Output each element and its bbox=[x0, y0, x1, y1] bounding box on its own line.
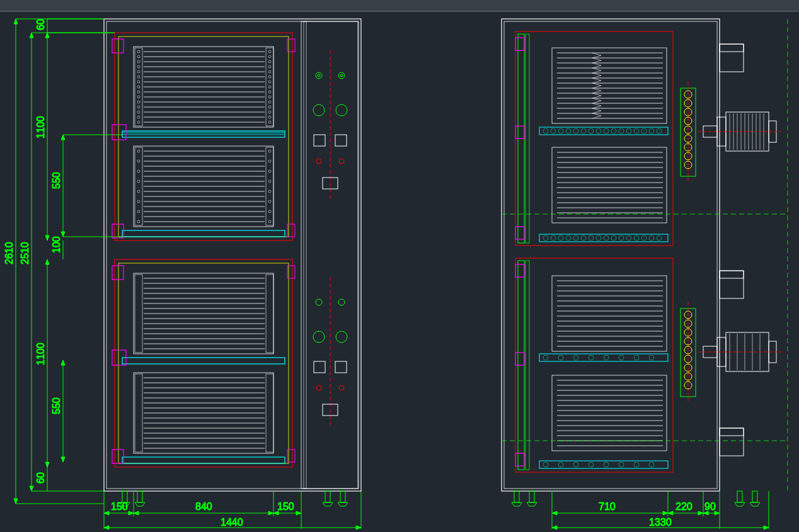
svg-point-252 bbox=[589, 355, 594, 360]
svg-point-49 bbox=[268, 81, 271, 83]
svg-point-147 bbox=[340, 74, 343, 77]
svg-point-222 bbox=[581, 128, 586, 133]
svg-point-246 bbox=[641, 235, 647, 241]
svg-rect-138 bbox=[112, 450, 124, 463]
svg-rect-160 bbox=[314, 361, 325, 373]
dim-220: 220 bbox=[675, 501, 693, 512]
svg-point-224 bbox=[596, 128, 601, 133]
svg-point-42 bbox=[137, 121, 140, 123]
dimensions-front: 2610 2510 60 1100 550 100 1100 bbox=[4, 19, 361, 529]
svg-rect-132 bbox=[122, 457, 285, 463]
svg-point-85 bbox=[137, 220, 140, 223]
svg-point-90 bbox=[268, 190, 271, 193]
svg-point-47 bbox=[268, 71, 271, 73]
svg-rect-3 bbox=[106, 21, 359, 489]
svg-rect-59 bbox=[122, 132, 285, 135]
svg-rect-321 bbox=[514, 491, 519, 502]
svg-point-45 bbox=[268, 60, 271, 63]
svg-rect-205 bbox=[515, 227, 524, 239]
dim-550-2: 550 bbox=[51, 397, 62, 414]
fin-block bbox=[552, 48, 667, 123]
svg-point-262 bbox=[619, 462, 624, 467]
front-view: 2610 2510 60 1100 550 100 1100 bbox=[4, 19, 361, 529]
svg-point-86 bbox=[268, 150, 271, 152]
svg-rect-96 bbox=[135, 274, 142, 353]
svg-point-261 bbox=[604, 462, 609, 467]
dim-90: 90 bbox=[704, 501, 716, 512]
svg-point-93 bbox=[268, 220, 271, 223]
svg-point-53 bbox=[268, 101, 271, 103]
svg-point-159 bbox=[336, 331, 347, 342]
svg-point-248 bbox=[657, 235, 662, 241]
svg-point-30 bbox=[137, 60, 140, 63]
svg-rect-209 bbox=[552, 48, 667, 123]
svg-point-229 bbox=[634, 128, 639, 133]
tray-block-2 bbox=[122, 146, 285, 237]
svg-point-34 bbox=[137, 81, 140, 83]
control-panel-lower bbox=[313, 277, 347, 428]
svg-rect-195 bbox=[502, 19, 720, 491]
svg-point-54 bbox=[268, 106, 271, 108]
tray-block-4 bbox=[122, 373, 285, 463]
svg-rect-12 bbox=[266, 48, 273, 126]
dim-2510: 2510 bbox=[20, 242, 30, 264]
svg-rect-150 bbox=[314, 135, 325, 146]
svg-point-79 bbox=[137, 160, 140, 162]
svg-point-43 bbox=[268, 50, 271, 53]
svg-point-250 bbox=[558, 355, 563, 360]
svg-point-57 bbox=[268, 121, 271, 123]
svg-point-92 bbox=[268, 210, 271, 213]
svg-point-52 bbox=[268, 96, 271, 98]
svg-point-39 bbox=[137, 106, 140, 108]
svg-point-163 bbox=[339, 385, 344, 390]
svg-point-46 bbox=[268, 65, 271, 68]
svg-point-55 bbox=[268, 111, 271, 113]
svg-rect-291 bbox=[720, 428, 744, 456]
svg-rect-295 bbox=[726, 112, 769, 151]
svg-rect-133 bbox=[112, 39, 124, 53]
svg-point-148 bbox=[313, 105, 325, 116]
svg-point-225 bbox=[604, 128, 609, 133]
motor-upper bbox=[698, 112, 781, 151]
svg-rect-208 bbox=[515, 453, 524, 466]
svg-point-28 bbox=[137, 50, 140, 53]
svg-point-91 bbox=[268, 200, 271, 203]
svg-point-162 bbox=[316, 385, 321, 390]
svg-point-235 bbox=[558, 235, 563, 241]
svg-point-38 bbox=[137, 101, 140, 103]
svg-point-41 bbox=[137, 116, 140, 118]
svg-rect-136 bbox=[112, 266, 124, 280]
svg-point-226 bbox=[611, 128, 616, 133]
svg-rect-200 bbox=[526, 34, 529, 243]
svg-point-221 bbox=[573, 128, 578, 133]
svg-rect-198 bbox=[515, 258, 673, 472]
svg-point-31 bbox=[137, 65, 140, 68]
svg-point-234 bbox=[551, 235, 556, 241]
dim-1330: 1330 bbox=[649, 517, 672, 528]
svg-rect-203 bbox=[515, 38, 524, 50]
svg-point-259 bbox=[573, 462, 578, 467]
svg-rect-0 bbox=[0, 0, 799, 11]
svg-point-219 bbox=[558, 128, 563, 133]
svg-point-89 bbox=[268, 180, 271, 183]
svg-point-50 bbox=[268, 86, 271, 88]
svg-point-32 bbox=[137, 71, 140, 73]
tray-block-1 bbox=[122, 47, 285, 137]
svg-point-263 bbox=[634, 462, 639, 467]
control-panel-upper bbox=[313, 50, 347, 201]
svg-point-233 bbox=[543, 235, 548, 241]
svg-point-240 bbox=[596, 235, 601, 241]
svg-rect-115 bbox=[135, 374, 142, 452]
svg-point-236 bbox=[566, 235, 571, 241]
svg-point-223 bbox=[589, 128, 594, 133]
svg-rect-94 bbox=[122, 230, 285, 237]
svg-point-264 bbox=[649, 462, 654, 467]
svg-rect-62 bbox=[266, 147, 273, 225]
svg-point-239 bbox=[589, 235, 594, 241]
svg-rect-322 bbox=[529, 491, 534, 502]
svg-point-156 bbox=[316, 299, 322, 305]
svg-rect-211 bbox=[552, 276, 667, 351]
dim-840: 840 bbox=[195, 501, 212, 512]
svg-point-152 bbox=[316, 159, 321, 164]
svg-point-251 bbox=[573, 355, 578, 360]
